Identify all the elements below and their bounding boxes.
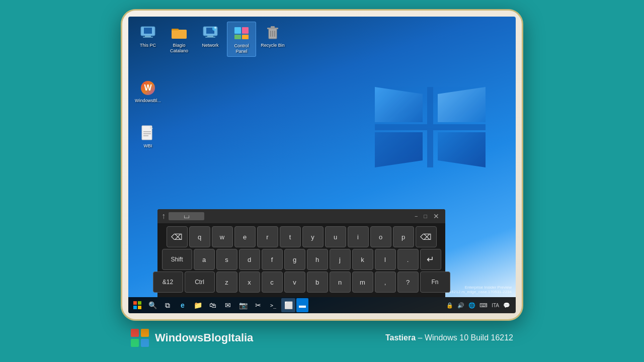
taskbar-taskview-button[interactable]: ⧉ bbox=[160, 298, 175, 312]
brand-company-name: WindowsBlogItalia bbox=[155, 331, 253, 344]
svg-rect-1 bbox=[144, 28, 152, 34]
icon-windowsblog[interactable]: W WindowsBl... bbox=[133, 77, 163, 106]
key-l[interactable]: l bbox=[375, 249, 396, 270]
key-i[interactable]: i bbox=[348, 226, 369, 247]
key-enter[interactable]: ↵ bbox=[420, 249, 441, 270]
keyboard-minimize-btn[interactable]: − bbox=[413, 213, 420, 219]
key-k[interactable]: k bbox=[352, 249, 373, 270]
svg-rect-31 bbox=[138, 301, 141, 305]
icon-this-pc[interactable]: This PC bbox=[133, 22, 163, 57]
taskbar-start-button[interactable] bbox=[130, 298, 144, 312]
key-f[interactable]: f bbox=[262, 249, 283, 270]
brand-logo-icon bbox=[131, 329, 149, 347]
key-x[interactable]: x bbox=[239, 272, 260, 293]
key-c[interactable]: c bbox=[262, 272, 283, 293]
key-r[interactable]: r bbox=[257, 226, 278, 247]
icon-wbi[interactable]: WBI bbox=[133, 122, 163, 151]
wbi-icon bbox=[139, 124, 157, 142]
key-period[interactable]: . bbox=[397, 249, 419, 270]
tray-network-icon[interactable]: 🌐 bbox=[467, 302, 477, 309]
key-d[interactable]: d bbox=[239, 249, 260, 270]
recycle-bin-icon bbox=[264, 24, 282, 42]
svg-rect-16 bbox=[242, 35, 249, 39]
svg-rect-32 bbox=[133, 306, 137, 309]
key-u[interactable]: u bbox=[325, 226, 346, 247]
touch-keyboard: ↑ ⌴ − □ ✕ ⌫ q w e r t y bbox=[157, 209, 445, 297]
taskbar-app-button[interactable]: ▬ bbox=[296, 298, 308, 312]
icon-biagio[interactable]: Biagio Catalano bbox=[165, 22, 194, 57]
key-backspace-left[interactable]: ⌫ bbox=[167, 226, 188, 247]
taskbar-explorer-button[interactable]: 📁 bbox=[191, 298, 205, 312]
network-label: Network bbox=[202, 43, 218, 48]
key-t[interactable]: t bbox=[280, 226, 301, 247]
keyboard-row-2: Shift a s d f g h j k l . ↵ bbox=[162, 249, 441, 270]
tray-keyboard-icon[interactable]: ⌨ bbox=[478, 302, 489, 309]
tray-volume-icon[interactable]: 🔊 bbox=[456, 302, 466, 309]
key-a[interactable]: a bbox=[194, 249, 215, 270]
key-numbers[interactable]: &12 bbox=[153, 272, 183, 293]
key-b[interactable]: b bbox=[307, 272, 328, 293]
key-ctrl[interactable]: Ctrl bbox=[185, 272, 215, 293]
taskbar-terminal-button[interactable]: >_ bbox=[266, 298, 280, 312]
tray-chat-icon[interactable]: 💬 bbox=[502, 302, 512, 309]
icon-control-panel[interactable]: Control Panel bbox=[227, 22, 256, 57]
key-w[interactable]: w bbox=[212, 226, 233, 247]
taskbar-photos-button[interactable]: 📷 bbox=[236, 298, 250, 312]
keyboard-row-3: &12 Ctrl z x c v b n m , ? Fn bbox=[162, 272, 441, 293]
this-pc-label: This PC bbox=[140, 43, 156, 48]
keyboard-titlebar-left: ↑ ⌴ bbox=[162, 212, 413, 221]
key-o[interactable]: o bbox=[370, 226, 391, 247]
key-p[interactable]: p bbox=[393, 226, 414, 247]
keyboard-maximize-btn[interactable]: □ bbox=[422, 213, 429, 219]
key-v[interactable]: v bbox=[284, 272, 305, 293]
svg-rect-13 bbox=[234, 27, 241, 34]
taskbar-store-button[interactable]: 🛍 bbox=[206, 298, 220, 312]
key-m[interactable]: m bbox=[352, 272, 373, 293]
svg-rect-2 bbox=[145, 36, 151, 37]
key-g[interactable]: g bbox=[284, 249, 305, 270]
biagio-label: Biagio Catalano bbox=[167, 43, 192, 54]
tray-security-icon[interactable]: 🔒 bbox=[445, 302, 455, 309]
key-y[interactable]: y bbox=[302, 226, 324, 247]
key-j[interactable]: j bbox=[330, 249, 351, 270]
taskbar-search-button[interactable]: 🔍 bbox=[145, 298, 159, 312]
key-backspace-right[interactable]: ⌫ bbox=[416, 226, 437, 247]
network-icon bbox=[201, 24, 219, 42]
taskbar: 🔍 ⧉ e 📁 🛍 ✉ 📷 ✂ >_ ⬜ ▬ 🔒 🔊 🌐 ⌨ ITA 💬 bbox=[128, 297, 516, 313]
svg-rect-9 bbox=[207, 36, 213, 37]
keyboard-keys: ⌫ q w e r t y u i o p ⌫ Shift a bbox=[157, 223, 445, 297]
keyboard-titlebar-right: − □ ✕ bbox=[413, 212, 441, 220]
icon-network[interactable]: Network bbox=[196, 22, 225, 57]
taskbar-snip-button[interactable]: ✂ bbox=[251, 298, 265, 312]
control-panel-icon bbox=[232, 24, 251, 42]
svg-rect-6 bbox=[172, 30, 187, 39]
svg-rect-14 bbox=[242, 27, 249, 34]
key-q[interactable]: q bbox=[189, 226, 210, 247]
key-e[interactable]: e bbox=[234, 226, 256, 247]
tray-language-indicator[interactable]: ITA bbox=[490, 303, 501, 308]
taskbar-tablet-mode-button[interactable]: ⬜ bbox=[281, 298, 295, 312]
key-shift[interactable]: Shift bbox=[162, 249, 192, 270]
svg-rect-30 bbox=[133, 301, 137, 305]
keyboard-arrow-icon[interactable]: ↑ bbox=[162, 212, 166, 221]
taskbar-edge-button[interactable]: e bbox=[176, 298, 190, 312]
brand-title-rest: – Windows 10 Build 16212 bbox=[416, 333, 513, 342]
key-z[interactable]: z bbox=[216, 272, 237, 293]
taskbar-mail-button[interactable]: ✉ bbox=[221, 298, 235, 312]
key-n[interactable]: n bbox=[330, 272, 351, 293]
key-s[interactable]: s bbox=[216, 249, 237, 270]
wbi-label: WBI bbox=[144, 143, 152, 149]
key-comma[interactable]: , bbox=[375, 272, 396, 293]
keyboard-close-btn[interactable]: ✕ bbox=[431, 212, 441, 220]
svg-rect-10 bbox=[205, 37, 215, 38]
key-fn[interactable]: Fn bbox=[420, 272, 450, 293]
windows-screen: This PC Biagio Catalano bbox=[128, 17, 516, 313]
svg-rect-35 bbox=[141, 329, 149, 337]
key-h[interactable]: h bbox=[307, 249, 328, 270]
this-pc-icon bbox=[139, 24, 157, 42]
icon-recycle-bin[interactable]: Recycle Bin bbox=[258, 22, 287, 57]
key-question[interactable]: ? bbox=[397, 272, 419, 293]
taskbar-tray: 🔒 🔊 🌐 ⌨ ITA 💬 bbox=[445, 302, 514, 309]
start-icon bbox=[133, 301, 141, 309]
keyboard-space-bar-preview[interactable]: ⌴ bbox=[169, 212, 204, 220]
